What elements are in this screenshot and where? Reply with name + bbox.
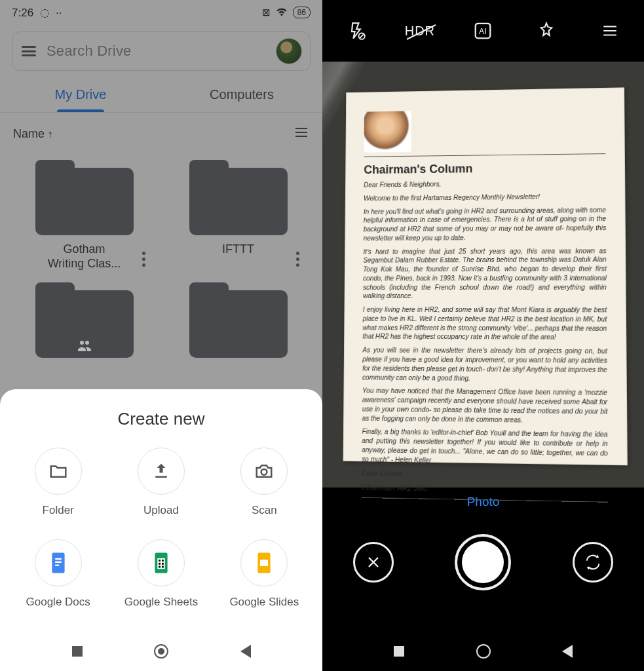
option-folder[interactable]: Folder [7, 448, 109, 517]
portrait-photo [364, 111, 411, 152]
switch-camera-icon [584, 553, 602, 571]
option-upload[interactable]: Upload [109, 448, 212, 517]
ai-icon[interactable]: AI [468, 21, 497, 41]
svg-point-0 [261, 469, 267, 475]
menu-icon[interactable] [596, 22, 624, 39]
nav-home[interactable] [476, 644, 491, 659]
flash-off-icon[interactable] [342, 22, 371, 40]
cancel-button[interactable] [353, 542, 394, 583]
option-slides[interactable]: Google Slides [213, 539, 316, 609]
svg-line-6 [360, 34, 364, 39]
switch-camera-button[interactable] [573, 542, 613, 583]
sheet-title: Create new [7, 409, 316, 429]
nav-home[interactable] [154, 644, 168, 659]
android-navbar [0, 632, 322, 671]
nav-back[interactable] [240, 645, 251, 658]
upload-icon [151, 461, 171, 481]
create-new-sheet: Create new Folder Upload Scan Google Doc… [0, 389, 322, 632]
document-preview: Chairman's Column Dear Friends & Neighbo… [343, 87, 627, 465]
camera-icon [254, 461, 274, 481]
hdr-off-icon[interactable]: HDR [406, 24, 434, 39]
shutter-button[interactable] [455, 534, 511, 590]
sheets-icon [151, 551, 171, 575]
effects-icon[interactable] [532, 22, 561, 40]
folder-icon [48, 461, 68, 481]
nav-recents[interactable] [394, 646, 404, 657]
nav-recents[interactable] [72, 646, 83, 657]
shared-icon [77, 339, 92, 351]
option-sheets[interactable]: Google Sheets [109, 539, 212, 609]
camera-viewfinder: Chairman's Column Dear Friends & Neighbo… [322, 62, 644, 488]
svg-text:AI: AI [480, 27, 487, 36]
option-docs[interactable]: Google Docs [7, 539, 109, 609]
slides-icon [254, 551, 274, 575]
android-navbar [322, 632, 644, 671]
option-scan[interactable]: Scan [213, 448, 316, 517]
docs-icon [48, 551, 68, 575]
camera-controls [322, 516, 644, 608]
svg-rect-4 [260, 560, 268, 566]
camera-toolbar: HDR AI [322, 0, 644, 62]
svg-line-7 [407, 25, 436, 39]
nav-back[interactable] [562, 645, 573, 658]
close-icon [366, 554, 381, 570]
doc-title: Chairman's Column [364, 161, 605, 177]
